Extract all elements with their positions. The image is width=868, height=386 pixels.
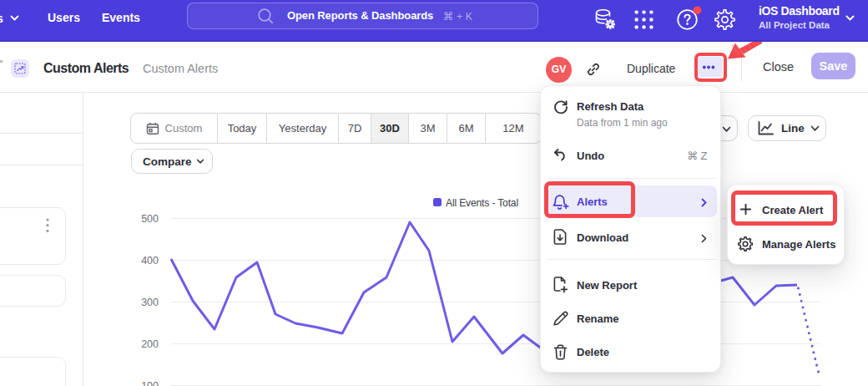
svg-text:100: 100 — [141, 380, 159, 386]
svg-text:All Events - Total: All Events - Total — [446, 197, 518, 209]
svg-text:200: 200 — [141, 338, 159, 350]
svg-text:500: 500 — [141, 213, 159, 225]
svg-text:400: 400 — [141, 255, 159, 267]
svg-text:300: 300 — [141, 297, 159, 308]
